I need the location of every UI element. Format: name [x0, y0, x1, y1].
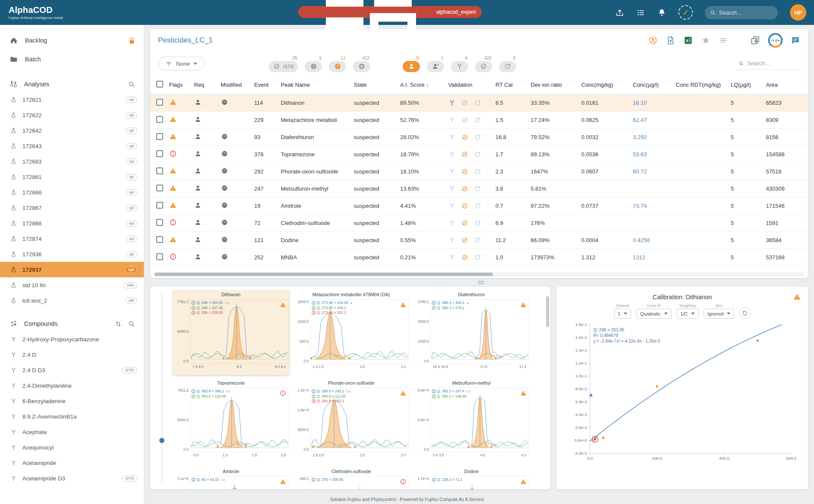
analysis-item[interactable]: 172622 spl	[0, 107, 144, 123]
chromatogram-thumbnail[interactable]: Dithianon 7781.25000.00.0 RT Cal 1Q: 296…	[173, 290, 289, 375]
avatar[interactable]: HP	[790, 4, 806, 21]
conc-ug-link[interactable]: 73.74	[633, 203, 676, 209]
redo-icon[interactable]	[474, 185, 481, 192]
analysis-item[interactable]: 172643 spl	[0, 138, 144, 154]
analysis-item[interactable]: 172874 spl	[0, 231, 144, 246]
compound-item[interactable]: 8.9.Z-AvermectinB1a	[0, 409, 144, 424]
progress-ring[interactable]: 74.8%	[768, 33, 783, 48]
row-checkbox[interactable]	[156, 116, 163, 123]
analysis-item[interactable]: lc6 test_2 oth	[0, 293, 144, 308]
conc-ug-link[interactable]: 0.4256	[633, 237, 676, 243]
conc-ug-link[interactable]: 53.63	[633, 151, 676, 158]
table-row[interactable]: 252 MNBA suspected 0.21% 1.0 173973% 1.3…	[150, 249, 808, 266]
column-header[interactable]: Conc RDT(mg/kg)	[676, 82, 731, 88]
excluded-icon[interactable]	[461, 151, 468, 158]
compound-item[interactable]: Acetamipride D3 ISTD	[0, 471, 144, 486]
redo-icon[interactable]	[474, 151, 481, 158]
comments-icon[interactable]	[791, 36, 800, 45]
scrollbar-thumb[interactable]	[155, 273, 493, 276]
row-checkbox[interactable]	[156, 236, 163, 243]
vertical-scrollbar[interactable]	[546, 290, 549, 486]
table-row[interactable]: 114 Dithianon suspected 89.50% 8.5 33.35…	[150, 94, 808, 112]
column-header[interactable]: Peak Name	[281, 82, 354, 88]
column-header[interactable]: Event	[254, 82, 281, 88]
row-checkbox[interactable]	[156, 219, 163, 226]
compound-icon[interactable]	[448, 168, 456, 175]
validate-check-icon[interactable]: ✓	[678, 5, 693, 20]
compound-item[interactable]: Acequinocyl	[0, 440, 144, 455]
select-weighting[interactable]: 1/C	[677, 309, 699, 319]
zoom-slider[interactable]	[161, 292, 162, 484]
chromatogram-thumbnail[interactable]: Metsulfuron-methyl 8.0e+45.0e+40.0 RT Ca…	[413, 379, 530, 464]
table-row[interactable]: 378 Topramezone suspected 18.79% 1.7 89.…	[150, 146, 808, 163]
compound-item[interactable]: 6-Benzyladenine	[0, 393, 144, 409]
table-search-input[interactable]	[747, 60, 798, 67]
redo-icon[interactable]	[474, 168, 481, 175]
task-list-icon[interactable]	[636, 8, 645, 17]
analysis-item[interactable]: 172683 spl	[0, 154, 144, 169]
upload-icon[interactable]	[615, 8, 624, 17]
row-checkbox[interactable]	[156, 99, 163, 106]
redo-icon[interactable]	[474, 254, 481, 261]
chromatogram-thumbnail[interactable]: Metazachlore metabolite 479M04 (OA) 1500…	[293, 290, 410, 375]
compound-item[interactable]: 2.4-Dimethylaniline	[0, 378, 144, 393]
column-header[interactable]: A.I. Score↓	[400, 82, 448, 88]
table-row[interactable]: 72 Clethodim-sulfoxide suspected 1.48% 6…	[150, 215, 808, 232]
analysis-item[interactable]: 172937 spl	[0, 262, 144, 277]
compound-icon[interactable]	[448, 185, 456, 192]
select-all-checkbox[interactable]	[156, 81, 163, 88]
row-checkbox[interactable]	[156, 253, 163, 260]
select-curve-fit[interactable]: Quadratic	[636, 309, 671, 319]
analysis-item[interactable]: 172861 spl	[0, 169, 144, 185]
column-header[interactable]: State	[354, 82, 400, 88]
compounds-sort-icon[interactable]	[115, 320, 122, 328]
compound-icon[interactable]	[448, 134, 456, 141]
row-checkbox[interactable]	[156, 133, 163, 140]
chromatogram-thumbnail[interactable]: Dodine 1.7e+5 1Q: 228.1 > 71.1	[413, 467, 530, 489]
column-header[interactable]: Validation	[448, 82, 495, 88]
analysis-item[interactable]: 172936 spl	[0, 246, 144, 262]
compound-icon[interactable]	[448, 237, 456, 244]
conc-ug-link[interactable]: 1312	[633, 254, 676, 261]
add-report-icon[interactable]	[666, 36, 675, 45]
analysis-item[interactable]: 172866 spl	[0, 185, 144, 200]
compound-icon[interactable]	[448, 151, 456, 158]
excluded-icon[interactable]	[461, 202, 468, 209]
redo-icon[interactable]	[474, 99, 481, 106]
column-header[interactable]: Flags	[169, 82, 194, 88]
reorder-icon[interactable]	[719, 36, 728, 45]
compound-item[interactable]: 2.4 D	[0, 347, 144, 362]
redo-icon[interactable]	[474, 116, 481, 124]
compound-icon[interactable]	[448, 219, 456, 227]
select-zero[interactable]: Ignored	[704, 309, 734, 319]
compound-item[interactable]: 2.4 D D3 ISTD	[0, 362, 144, 378]
filter-badge-istd[interactable]: 25 ISTD	[269, 55, 298, 72]
column-header[interactable]: RT Cal	[495, 82, 531, 88]
chromatogram-thumbnail[interactable]: Clethodim-sulfoxide 485.3 1Q: 376 > 206.…	[293, 467, 410, 489]
analysis-item[interactable]: 172867 spl	[0, 200, 144, 216]
row-checkbox[interactable]	[156, 202, 163, 209]
excluded-icon[interactable]	[461, 99, 468, 106]
slider-handle[interactable]	[159, 438, 164, 443]
conc-ug-link[interactable]: 60.72	[633, 168, 676, 175]
filter-badge-excluded[interactable]: 423	[475, 55, 492, 72]
star-icon[interactable]	[701, 36, 711, 45]
global-search-input[interactable]	[719, 9, 773, 16]
column-header[interactable]: LQ(µg/l)	[731, 82, 766, 88]
table-row[interactable]: 93 Diafenthiuron suspected 28.02% 16.8 7…	[150, 129, 808, 146]
compound-item[interactable]: 2-Hydroxy-Propoxycarbazone	[0, 331, 144, 347]
analyses-search-icon[interactable]	[128, 81, 135, 88]
filter-badge-compound[interactable]: 4	[451, 55, 468, 72]
analysis-item[interactable]: 172868 spl	[0, 216, 144, 231]
mode-badge[interactable]: alphacod_expert	[298, 6, 482, 18]
table-search[interactable]	[736, 57, 800, 70]
chromatogram-thumbnail[interactable]: Phorate-oxon-sulfoxide 1.2e+41.0e+45000.…	[293, 379, 410, 464]
compound-icon[interactable]	[448, 99, 456, 106]
redo-icon[interactable]	[474, 202, 481, 209]
conc-ug-link[interactable]: 3.250	[633, 134, 676, 140]
excluded-icon[interactable]	[461, 219, 468, 227]
table-row[interactable]: 292 Phorate-oxon-sulfoxide suspected 18.…	[150, 163, 808, 180]
redo-icon[interactable]	[474, 237, 481, 244]
compound-icon[interactable]	[448, 116, 456, 124]
assistant-icon[interactable]	[648, 36, 658, 45]
